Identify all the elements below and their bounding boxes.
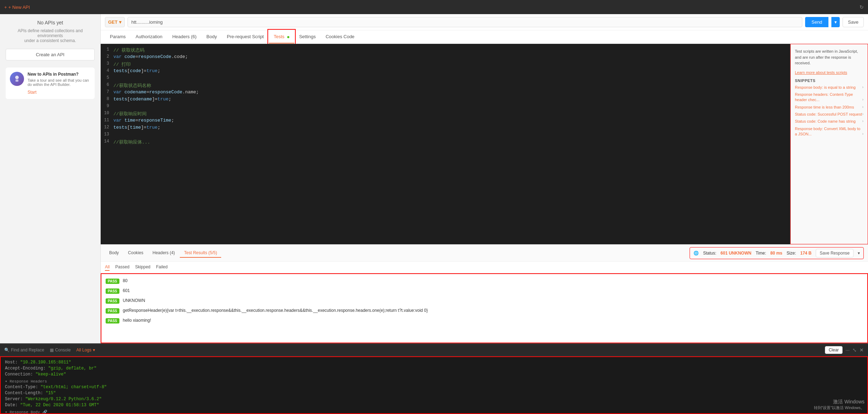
snippet-1[interactable]: Response body: is equal to a string ›: [795, 85, 863, 90]
start-link[interactable]: Start: [28, 90, 36, 95]
console-line-server: Server: "Werkzeug/0.12.2 Python/3.6.2": [5, 397, 863, 402]
pass-badge-5: PASS: [106, 318, 119, 323]
pass-badge-1: PASS: [106, 279, 119, 284]
method-label: GET: [108, 19, 118, 25]
snippet-5[interactable]: Status code: Code name has string ›: [795, 119, 863, 124]
pass-badge-3: PASS: [106, 298, 119, 304]
create-api-button[interactable]: Create an API: [6, 49, 95, 60]
code-line-8: 8 tests[codename]=true;: [101, 96, 790, 103]
send-button[interactable]: Send: [805, 17, 828, 27]
console-line-host: Host: "10.28.100.165:8811": [5, 360, 863, 365]
console-icon: ▦: [50, 348, 54, 352]
new-api-button[interactable]: + + New API: [4, 5, 30, 10]
snippets-label: SNIPPETS: [795, 78, 863, 83]
filter-failed[interactable]: Failed: [156, 264, 168, 271]
save-response-button[interactable]: Save Response: [816, 249, 854, 257]
test-result-2: PASS 601: [106, 288, 863, 294]
console-tab-console[interactable]: ▦ Console: [50, 348, 71, 352]
svg-rect-1: [16, 80, 18, 82]
time-label: Time:: [756, 251, 766, 256]
content-area: GET ▾ Send ▾ Save Params Authorization H…: [101, 14, 868, 343]
test-results-list: PASS 80 PASS 601 PASS UNKNOWN PASS getRe…: [101, 273, 868, 343]
method-select[interactable]: GET ▾: [105, 17, 125, 27]
split-panel: 1 // 获取状态码 2 var code=responseCode.code;…: [101, 44, 868, 244]
save-button[interactable]: Save: [843, 17, 864, 27]
code-line-2: 2 var code=responseCode.code;: [101, 54, 790, 61]
status-label: Status:: [703, 251, 716, 256]
response-header: Body Cookies Headers (4) Test Results (5…: [101, 245, 868, 262]
console-tab-alllogs[interactable]: All Logs ▾: [76, 348, 95, 352]
close-icon[interactable]: ✕: [860, 347, 864, 353]
tab-tests[interactable]: Tests: [269, 30, 294, 43]
tab-authorization[interactable]: Authorization: [131, 30, 167, 43]
send-dropdown-button[interactable]: ▾: [831, 17, 840, 27]
test-text-2: 601: [123, 288, 130, 293]
code-line-7: 7 var codename=responseCode.name;: [101, 89, 790, 96]
response-tabs: Body Cookies Headers (4) Test Results (5…: [105, 249, 221, 258]
console-actions: Clear ··· ⤡ ✕: [825, 346, 864, 354]
find-replace-icon: 🔍: [4, 348, 10, 352]
learn-more-link[interactable]: Learn more about tests scripts: [795, 70, 847, 75]
console-line-contentlength: Content-Length: "15": [5, 391, 863, 396]
code-line-9: 9: [101, 103, 790, 110]
size-value: 174 B: [800, 251, 811, 256]
sidebar: No APIs yet APIs define related collecti…: [0, 14, 101, 343]
sidebar-subtitle: APIs define related collections and envi…: [6, 28, 95, 43]
code-line-1: 1 // 获取状态码: [101, 47, 790, 54]
code-line-5: 5: [101, 75, 790, 82]
response-section: Body Cookies Headers (4) Test Results (5…: [101, 244, 868, 343]
code-line-13: 13: [101, 132, 790, 139]
save-response-dropdown[interactable]: ▾: [858, 251, 860, 256]
sidebar-promo: New to APIs in Postman? Take a tour and …: [6, 68, 95, 99]
code-line-3: 3 // 打印: [101, 61, 790, 68]
pass-badge-4: PASS: [106, 308, 119, 314]
filter-skipped[interactable]: Skipped: [135, 264, 150, 271]
code-line-4: 4 tests[code]=true;: [101, 68, 790, 75]
filter-all[interactable]: All: [105, 264, 110, 271]
code-line-6: 6 //获取状态码名称: [101, 82, 790, 89]
promo-description: Take a tour and see all that you can do …: [28, 78, 90, 87]
response-tab-body[interactable]: Body: [105, 249, 123, 258]
request-bar: GET ▾ Send ▾ Save: [101, 14, 868, 30]
test-result-3: PASS UNKNOWN: [106, 298, 863, 304]
tab-cookies-code[interactable]: Cookies Code: [321, 30, 360, 43]
console-tab-find[interactable]: 🔍 Find and Replace: [4, 348, 44, 352]
filter-passed[interactable]: Passed: [115, 264, 129, 271]
tab-prerequest[interactable]: Pre-request Script: [222, 30, 269, 43]
response-tab-headers[interactable]: Headers (4): [148, 249, 179, 258]
tab-headers[interactable]: Headers (6): [167, 30, 202, 43]
snippet-3[interactable]: Response time is less than 200ms ›: [795, 105, 863, 110]
more-options-icon[interactable]: ···: [845, 347, 850, 353]
code-line-10: 10 //获取响应时间: [101, 110, 790, 117]
windows-activation-title: 激活 Windows: [814, 399, 865, 405]
console-line-encoding: Accept-Encoding: "gzip, deflate, br": [5, 366, 863, 371]
expand-icon[interactable]: ⤡: [852, 347, 857, 353]
console-body[interactable]: Host: "10.28.100.165:8811" Accept-Encodi…: [0, 356, 868, 414]
promo-heading: New to APIs in Postman?: [28, 72, 90, 77]
promo-text: New to APIs in Postman? Take a tour and …: [28, 72, 90, 95]
snippets-info: Test scripts are written in JavaScript, …: [795, 48, 863, 66]
test-result-1: PASS 80: [106, 278, 863, 284]
response-tab-cookies[interactable]: Cookies: [124, 249, 147, 258]
console-line-date: Date: "Tue, 22 Dec 2020 01:58:13 GMT": [5, 403, 863, 408]
alllogs-dropdown-icon: ▾: [93, 348, 95, 352]
code-line-12: 12 tests[time]=true;: [101, 124, 790, 132]
tab-settings[interactable]: Settings: [294, 30, 321, 43]
url-input[interactable]: [128, 17, 802, 27]
console-response-headers-section: ▾ Response Headers: [5, 379, 863, 384]
code-line-14: 14 //获取响应体...: [101, 139, 790, 146]
refresh-icon[interactable]: ↻: [860, 4, 864, 10]
console-header: 🔍 Find and Replace ▦ Console All Logs ▾ …: [0, 344, 868, 356]
clear-button[interactable]: Clear: [825, 346, 843, 354]
snippet-6[interactable]: Response body: Convert XML body to a JSO…: [795, 126, 863, 137]
filter-tabs: All Passed Skipped Failed: [101, 262, 868, 273]
tab-params[interactable]: Params: [105, 30, 131, 43]
tab-body[interactable]: Body: [201, 30, 222, 43]
plus-icon: +: [4, 5, 7, 10]
alllogs-label: All Logs: [76, 348, 91, 352]
test-text-1: 80: [123, 278, 128, 283]
response-tab-testresults[interactable]: Test Results (5/5): [180, 249, 221, 258]
code-editor[interactable]: 1 // 获取状态码 2 var code=responseCode.code;…: [101, 44, 790, 244]
snippet-4[interactable]: Status code: Successful POST request ›: [795, 112, 863, 117]
snippet-2[interactable]: Response headers: Content-Type header ch…: [795, 92, 863, 103]
